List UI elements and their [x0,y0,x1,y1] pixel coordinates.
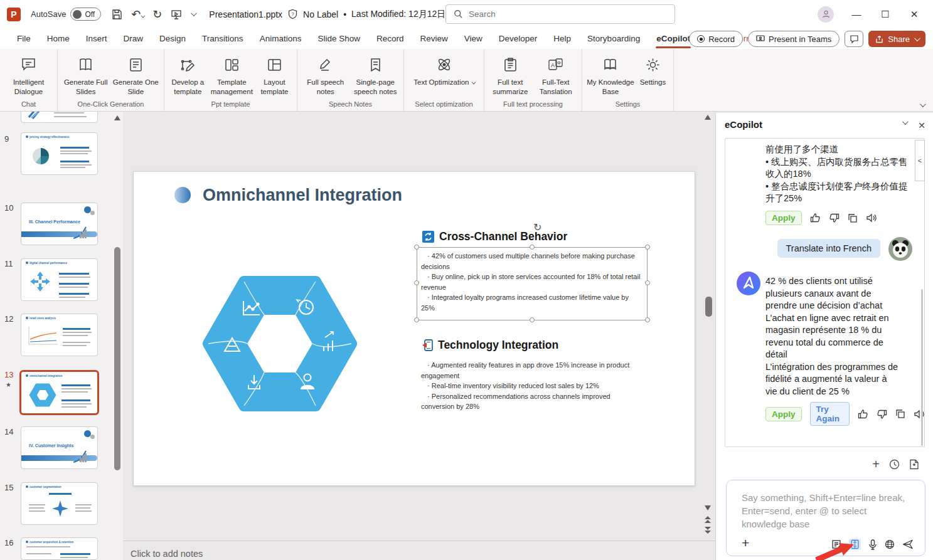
share-button[interactable]: Share [868,31,925,47]
scroll-up-icon[interactable] [705,115,711,120]
selection-handle[interactable] [414,245,419,250]
autosave-toggle[interactable]: Off [70,8,101,21]
account-avatar[interactable] [818,6,834,23]
copy-icon[interactable] [848,213,858,223]
tab-file[interactable]: File [9,29,39,48]
slide-title[interactable]: Omnichannel Integration [203,186,402,205]
technology-heading[interactable]: Technology Integration [422,339,558,352]
chat-scrollbar-thumb[interactable] [921,289,923,446]
document-title[interactable]: Presentation1.pptx [209,9,282,19]
tab-draw[interactable]: Draw [115,29,152,48]
thumbnail-slide-15[interactable]: customer segmentation [21,482,98,525]
tab-developer[interactable]: Developer [491,29,546,48]
thumbs-down-icon[interactable] [829,213,840,223]
full-speech-notes-button[interactable]: Full speech notes [301,51,350,97]
selection-handle[interactable] [645,280,650,285]
apply-button[interactable]: Apply [765,407,802,421]
selection-handle[interactable] [414,280,419,285]
thumbnail-slide-11[interactable]: digital channel performance [21,258,98,301]
tab-design[interactable]: Design [151,29,194,48]
scroll-up-icon[interactable] [114,115,120,120]
redo-button[interactable]: ↻ [152,9,162,20]
label-status[interactable]: No Label [303,9,338,19]
save-icon[interactable] [111,9,122,20]
history-clock-icon[interactable] [889,459,900,470]
selection-handle[interactable] [530,317,535,322]
tab-transitions[interactable]: Transitions [194,29,252,48]
apply-button[interactable]: Apply [765,211,802,225]
present-in-teams-button[interactable]: Present in Teams [748,31,840,47]
full-text-summarize-button[interactable]: Full text summarize [488,51,533,97]
copy-icon[interactable] [895,409,905,419]
tab-record[interactable]: Record [368,29,412,48]
template-management-button[interactable]: Template management [209,51,255,97]
hexagon-cycle-graphic[interactable]: $ [201,270,359,419]
generate-one-slide-button[interactable]: Generate One Slide [112,51,161,97]
selection-handle[interactable] [645,245,650,250]
attach-plus-icon[interactable]: + [742,536,749,551]
tab-insert[interactable]: Insert [78,29,115,48]
full-text-translation-button[interactable]: AФ Full-Text Tanslation [534,51,578,97]
thumbs-up-icon[interactable] [858,409,868,420]
qat-customize-chevron[interactable] [191,10,197,16]
tab-animations[interactable]: Animations [252,29,310,48]
send-icon[interactable] [902,539,914,549]
close-button[interactable]: ✕ [908,9,920,20]
tab-home[interactable]: Home [39,29,78,48]
text-optimization-button[interactable]: Text Optimization [413,51,476,87]
settings-button[interactable]: Settings [636,51,669,87]
start-slideshow-icon[interactable] [171,9,182,20]
technology-bullets[interactable]: Augmented reality features in app drove … [421,360,642,412]
tab-help[interactable]: Help [545,29,579,48]
notes-placeholder[interactable]: Click to add notes [131,549,203,559]
scroll-down-icon[interactable] [705,505,711,510]
slide-13-editing-surface[interactable]: Omnichannel Integration [133,171,695,486]
cross-channel-heading[interactable]: Cross-Channel Behavior [422,230,567,243]
sensitivity-shield-icon[interactable]: ? [287,9,298,19]
undo-button[interactable]: ↶ [131,9,144,20]
chat-collapse-tab[interactable]: < [915,140,925,181]
tab-storyboarding[interactable]: Storyboarding [579,29,648,48]
panel-collapse-chevron[interactable] [902,119,909,125]
thumbnail-slide-16[interactable]: customer acquisition & retention [21,537,98,560]
minimize-button[interactable]: — [850,9,863,19]
thumbnail-slide-13-selected[interactable]: omnichannel integration [19,370,99,415]
thumbnail-slide-8[interactable] [21,112,98,123]
thumbs-down-icon[interactable] [877,409,887,420]
selection-handle[interactable] [414,317,419,322]
record-button[interactable]: Record [689,31,743,47]
chat-history[interactable]: < 前使用了多个渠道 • 线上购买、店内取货服务占总零售收入的18% • 整合忠… [725,138,925,447]
thumbnail-scroll-thumb[interactable] [114,247,120,470]
comments-button[interactable] [845,31,863,47]
thumbnail-slide-12[interactable]: retail store analysis [21,314,98,356]
search-box[interactable] [445,4,675,24]
tab-view[interactable]: View [456,29,491,48]
intelligent-dialogue-button[interactable]: Intelligent Dialogue [4,51,53,97]
generate-full-slides-button[interactable]: Generate Full Slides [61,51,110,97]
selection-handle[interactable] [530,245,535,250]
my-knowledge-base-button[interactable]: My Knowledge Base [586,51,635,97]
new-chat-plus-icon[interactable]: + [872,459,880,470]
thumbnail-slide-14[interactable]: IV. Customer Insights [21,426,98,469]
new-document-icon[interactable] [909,459,919,470]
develop-template-button[interactable]: Develop a template [168,51,208,97]
thumbs-up-icon[interactable] [810,213,821,223]
single-page-speech-notes-button[interactable]: Single-page speech notes [351,51,400,97]
notes-divider[interactable] [123,541,715,541]
canvas-scroll-thumb[interactable] [705,297,712,317]
maximize-button[interactable]: ☐ [879,9,892,20]
last-modified[interactable]: Last Modified: 12月12日 [351,9,445,20]
globe-icon[interactable] [885,539,895,549]
cross-channel-bullets[interactable]: 42% of customers used multiple channels … [421,251,644,313]
microphone-icon[interactable] [868,539,877,550]
speaker-icon[interactable] [866,213,877,223]
tab-review[interactable]: Review [412,29,456,48]
previous-slide-icon[interactable] [705,516,711,523]
thumbnail-scrollbar[interactable] [113,112,120,560]
canvas-scrollbar[interactable] [703,112,713,560]
layout-template-button[interactable]: Layout template [256,51,293,97]
thumbnail-slide-9[interactable]: pricing strategy effectiveness [21,132,98,175]
next-slide-icon[interactable] [705,527,711,534]
panel-close-icon[interactable]: ✕ [918,120,925,130]
try-again-button[interactable]: Try Again [810,402,850,426]
